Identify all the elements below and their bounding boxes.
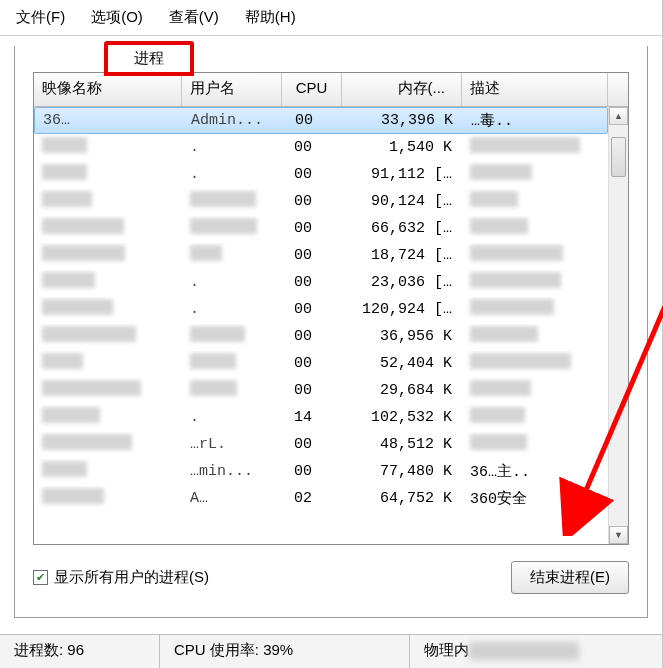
cell-name [34,432,182,457]
cell-desc [462,297,608,322]
cell-cpu: 00 [282,164,342,185]
table-row[interactable]: 0066,632 [… [34,215,608,242]
menu-view[interactable]: 查看(V) [165,6,223,29]
cell-cpu: 00 [282,326,342,347]
table-row[interactable]: .0023,036 [… [34,269,608,296]
cell-cpu: 00 [282,137,342,158]
cell-user [182,216,282,241]
cell-user: A… [182,488,282,509]
cell-desc [462,432,608,457]
table-row[interactable]: 0052,404 K [34,350,608,377]
cell-name [34,162,182,187]
cell-name [34,297,182,322]
table-row[interactable]: .0091,112 [… [34,161,608,188]
table-body: 36…Admin...0033,396 K…毒...001,540 K.0091… [34,107,608,544]
status-bar: 进程数: 96 CPU 使用率: 39% 物理内 [0,634,662,668]
table-row[interactable]: 0018,724 [… [34,242,608,269]
col-header-name[interactable]: 映像名称 [34,73,182,106]
menu-help[interactable]: 帮助(H) [241,6,300,29]
cell-user: . [182,164,282,185]
tab-processes[interactable]: 进程 [104,41,194,76]
cell-name: 36… [35,110,183,131]
table-row[interactable]: 0090,124 [… [34,188,608,215]
cell-name [34,486,182,511]
cell-user: . [182,299,282,320]
cell-desc: 360安全 [462,487,608,510]
col-header-cpu[interactable]: CPU [282,73,342,106]
cell-cpu: 02 [282,488,342,509]
cell-desc [462,405,608,430]
cell-mem: 120,924 [… [342,299,462,320]
table-header: 映像名称 用户名 CPU 内存(... 描述 [34,73,628,107]
cell-cpu: 00 [282,272,342,293]
checkbox-icon[interactable]: ✔ [33,570,48,585]
cell-desc: 36…主.. [462,460,608,483]
cell-mem: 36,956 K [342,326,462,347]
cell-mem: 66,632 [… [342,218,462,239]
table-row[interactable]: 36…Admin...0033,396 K…毒.. [34,107,608,134]
cell-desc [462,243,608,268]
cell-user [182,189,282,214]
menu-file[interactable]: 文件(F) [12,6,69,29]
process-table: 映像名称 用户名 CPU 内存(... 描述 36…Admin...0033,3… [33,72,629,545]
table-row[interactable]: A…0264,752 K360安全 [34,485,608,512]
cell-cpu: 00 [282,434,342,455]
cell-mem: 29,684 K [342,380,462,401]
end-process-button[interactable]: 结束进程(E) [511,561,629,594]
table-row[interactable]: .001,540 K [34,134,608,161]
cell-cpu: 00 [283,110,343,131]
scroll-up-icon[interactable]: ▲ [609,107,628,125]
bottom-controls: ✔ 显示所有用户的进程(S) 结束进程(E) [33,559,629,595]
cell-cpu: 14 [282,407,342,428]
table-row[interactable]: …min...0077,480 K36…主.. [34,458,608,485]
vertical-scrollbar[interactable]: ▲ ▼ [608,107,628,544]
cell-user: . [182,272,282,293]
show-all-users-checkbox[interactable]: ✔ 显示所有用户的进程(S) [33,568,209,587]
cell-user: Admin... [183,110,283,131]
cell-mem: 91,112 [… [342,164,462,185]
cell-desc [462,189,608,214]
cell-desc [462,216,608,241]
cell-cpu: 00 [282,299,342,320]
cell-cpu: 00 [282,191,342,212]
col-header-mem[interactable]: 内存(... [342,73,462,106]
menubar: 文件(F) 选项(O) 查看(V) 帮助(H) [0,0,662,36]
table-row[interactable]: 0036,956 K [34,323,608,350]
cell-name [34,405,182,430]
cell-name [34,378,182,403]
scroll-down-icon[interactable]: ▼ [609,526,628,544]
cell-name [34,135,182,160]
cell-cpu: 00 [282,353,342,374]
table-row[interactable]: …rL.0048,512 K [34,431,608,458]
cell-mem: 52,404 K [342,353,462,374]
cell-cpu: 00 [282,245,342,266]
cell-cpu: 00 [282,218,342,239]
col-header-desc[interactable]: 描述 [462,73,608,106]
cell-name [34,189,182,214]
cell-desc: …毒.. [463,109,607,132]
cell-user: …rL. [182,434,282,455]
cell-mem: 18,724 [… [342,245,462,266]
cell-cpu: 00 [282,461,342,482]
table-row[interactable]: .14102,532 K [34,404,608,431]
cell-desc [462,270,608,295]
cell-user [182,351,282,376]
status-process-count: 进程数: 96 [0,635,160,668]
cell-name [34,351,182,376]
cell-user: …min... [182,461,282,482]
table-row[interactable]: 0029,684 K [34,377,608,404]
cell-user [182,243,282,268]
cell-mem: 33,396 K [343,110,463,131]
col-header-user[interactable]: 用户名 [182,73,282,106]
menu-options[interactable]: 选项(O) [87,6,147,29]
table-row[interactable]: .00120,924 [… [34,296,608,323]
task-manager-window: 文件(F) 选项(O) 查看(V) 帮助(H) 应用程序 进程 服务 性能 联网… [0,0,663,668]
cell-user [182,324,282,349]
cell-mem: 90,124 [… [342,191,462,212]
status-mem-usage: 物理内 [410,635,662,668]
cell-name [34,216,182,241]
cell-mem: 77,480 K [342,461,462,482]
scroll-thumb[interactable] [611,137,626,177]
cell-mem: 1,540 K [342,137,462,158]
cell-user: . [182,407,282,428]
